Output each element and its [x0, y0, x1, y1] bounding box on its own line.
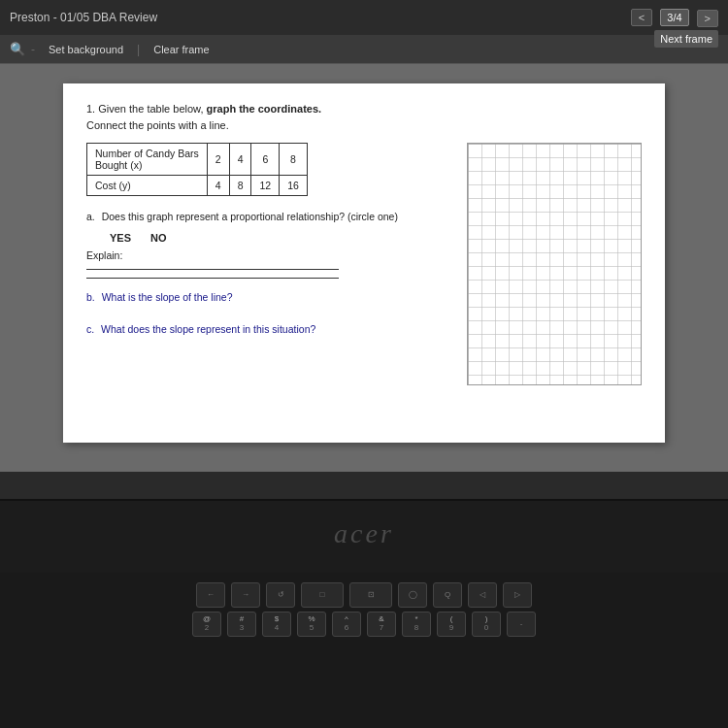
key-8[interactable]: *8: [402, 612, 431, 637]
table-x-8: 8: [280, 144, 308, 176]
table-cost-label: Cost (y): [87, 176, 208, 196]
toolbar: 🔍 - Set background | Clear frame: [0, 35, 728, 64]
keyboard-area: ← → ↺ □ ⊡ ◯ Q ◁ ▷ @2 #3 $4 %5 ^6 &7 *8 (…: [0, 573, 728, 728]
yes-option[interactable]: YES: [110, 232, 131, 244]
graph-area: [467, 143, 642, 387]
nav-forward-container: > Next frame: [697, 9, 718, 27]
key-minus[interactable]: -: [507, 612, 536, 637]
key-0[interactable]: )0: [472, 612, 501, 637]
no-option[interactable]: NO: [150, 232, 167, 244]
table-x-6: 6: [251, 144, 280, 176]
svg-rect-1: [468, 144, 642, 385]
key-3[interactable]: #3: [227, 612, 256, 637]
yes-no-options: YES NO: [110, 232, 451, 244]
left-section: Number of Candy BarsBought (x) 2 4 6 8 C…: [86, 143, 451, 344]
sub-question-c: c. What does the slope represent in this…: [86, 322, 451, 337]
key-prev-track[interactable]: ◁: [468, 582, 497, 608]
app-title: Preston - 01/05 DBA Review: [10, 11, 623, 24]
key-2[interactable]: @2: [192, 612, 221, 637]
main-content-area: 1. Given the table below, graph the coor…: [0, 64, 728, 472]
coordinate-grid: [467, 143, 642, 385]
key-window[interactable]: □: [301, 582, 344, 608]
worksheet-layout: Number of Candy BarsBought (x) 2 4 6 8 C…: [86, 143, 642, 387]
table-y-8: 8: [229, 176, 251, 196]
key-refresh[interactable]: ↺: [266, 582, 295, 608]
acer-logo: acer: [334, 501, 394, 559]
worksheet: 1. Given the table below, graph the coor…: [63, 83, 665, 443]
nav-forward-button[interactable]: >: [697, 10, 718, 27]
table-y-16: 16: [280, 176, 308, 196]
table-y-12: 12: [251, 176, 280, 196]
key-4[interactable]: $4: [262, 612, 291, 637]
sub-a-label: a.: [86, 210, 95, 224]
key-9[interactable]: (9: [437, 612, 466, 637]
data-table: Number of Candy BarsBought (x) 2 4 6 8 C…: [86, 143, 308, 196]
next-frame-tooltip: Next frame: [654, 30, 718, 48]
toolbar-dash: -: [29, 43, 37, 56]
nav-back-button[interactable]: <: [631, 9, 652, 26]
table-header-label: Number of Candy BarsBought (x): [87, 144, 208, 176]
keyboard-row-func: ← → ↺ □ ⊡ ◯ Q ◁ ▷: [19, 582, 709, 608]
table-y-4: 4: [207, 176, 229, 196]
key-circle[interactable]: ◯: [398, 582, 427, 608]
sub-question-b: b. What is the slope of the line?: [86, 290, 451, 305]
key-q[interactable]: Q: [433, 582, 462, 608]
laptop-screen-border: [0, 472, 728, 501]
set-background-button[interactable]: Set background: [41, 42, 131, 57]
question-text: Connect the points with a line.: [86, 118, 642, 133]
clear-frame-button[interactable]: Clear frame: [146, 42, 216, 57]
sub-question-a: a. Does this graph represent a proportio…: [86, 210, 451, 224]
sub-b-label: b.: [86, 290, 95, 305]
table-x-2: 2: [207, 144, 229, 176]
search-icon[interactable]: 🔍: [10, 42, 25, 56]
key-multiwindow[interactable]: ⊡: [349, 582, 392, 608]
toolbar-divider: |: [135, 43, 142, 56]
key-next-track[interactable]: ▷: [503, 582, 532, 608]
key-forward[interactable]: →: [231, 582, 260, 608]
explain-label: Explain:: [86, 249, 451, 279]
key-5[interactable]: %5: [297, 612, 326, 637]
explain-line-2: [86, 278, 339, 279]
frame-counter: 3/4: [660, 9, 688, 26]
key-back[interactable]: ←: [196, 582, 225, 608]
question-number: 1. Given the table below, graph the coor…: [86, 103, 642, 115]
key-6[interactable]: ^6: [332, 612, 361, 637]
sub-c-label: c.: [86, 322, 94, 337]
keyboard-row-numbers: @2 #3 $4 %5 ^6 &7 *8 (9 )0 -: [19, 612, 709, 637]
top-bar: Preston - 01/05 DBA Review < 3/4 > Next …: [0, 0, 728, 35]
key-7[interactable]: &7: [367, 612, 396, 637]
explain-line-1: [86, 269, 339, 270]
table-x-4: 4: [229, 144, 251, 176]
